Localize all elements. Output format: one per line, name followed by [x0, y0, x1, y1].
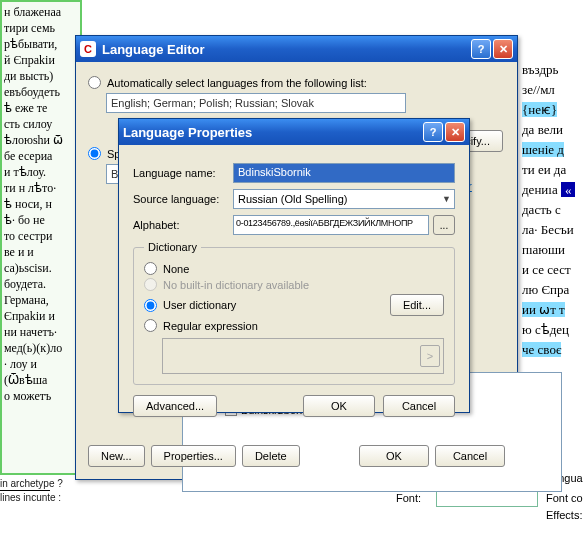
delete-button[interactable]: Delete [242, 445, 300, 467]
dict-builtin-radio [144, 278, 157, 291]
dict-regex-radio[interactable] [144, 319, 157, 332]
editor-cancel-button[interactable]: Cancel [435, 445, 505, 467]
auto-languages-field: English; German; Polish; Russian; Slovak [106, 93, 406, 113]
auto-select-radio[interactable] [88, 76, 101, 89]
auto-select-label: Automatically select languages from the … [107, 77, 367, 89]
app-icon: C [80, 41, 96, 57]
source-language-combo[interactable]: Russian (Old Spelling) [233, 189, 455, 209]
chevron-right-icon: > [420, 345, 440, 367]
language-editor-title: Language Editor [102, 42, 205, 57]
dict-edit-button[interactable]: Edit... [390, 294, 444, 316]
language-properties-title: Language Properties [123, 125, 252, 140]
document-left-column: н блаженаа тири семь рѣбывати, й Єпраkіи… [0, 0, 82, 475]
close-icon[interactable]: ✕ [493, 39, 513, 59]
language-properties-titlebar[interactable]: Language Properties ? ✕ [119, 119, 469, 145]
props-cancel-button[interactable]: Cancel [383, 395, 455, 417]
language-name-input[interactable]: BdinskiSbornik [233, 163, 455, 183]
document-right-column: въздрь зе//мл {неѥ} да вели шеніе д ти е… [522, 60, 586, 360]
regex-input: > [162, 338, 444, 374]
alphabet-more-button[interactable]: ... [433, 215, 455, 235]
language-name-label: Language name: [133, 167, 233, 179]
help-icon[interactable]: ? [471, 39, 491, 59]
dictionary-group: Dictionary None No built-in dictionary a… [133, 241, 455, 385]
new-button[interactable]: New... [88, 445, 145, 467]
help-icon[interactable]: ? [423, 122, 443, 142]
specify-manual-radio[interactable] [88, 147, 101, 160]
props-ok-button[interactable]: OK [303, 395, 375, 417]
language-editor-titlebar[interactable]: C Language Editor ? ✕ [76, 36, 517, 62]
footnote-archetype: in archetype ? lines incunte : [0, 478, 63, 503]
alphabet-label: Alphabet: [133, 219, 233, 231]
language-properties-dialog: Language Properties ? ✕ Language name: B… [118, 118, 470, 413]
dict-none-radio[interactable] [144, 262, 157, 275]
editor-ok-button[interactable]: OK [359, 445, 429, 467]
alphabet-field[interactable]: 0-0123456789.,ёѳѕіїАБВГДЕЖЗИЙКЛМНОПР [233, 215, 429, 235]
dict-user-radio[interactable] [144, 299, 157, 312]
advanced-button[interactable]: Advanced... [133, 395, 217, 417]
source-language-label: Source language: [133, 193, 233, 205]
close-icon[interactable]: ✕ [445, 122, 465, 142]
properties-button[interactable]: Properties... [151, 445, 236, 467]
dictionary-legend: Dictionary [144, 241, 201, 253]
font-label: Font: [396, 492, 436, 504]
